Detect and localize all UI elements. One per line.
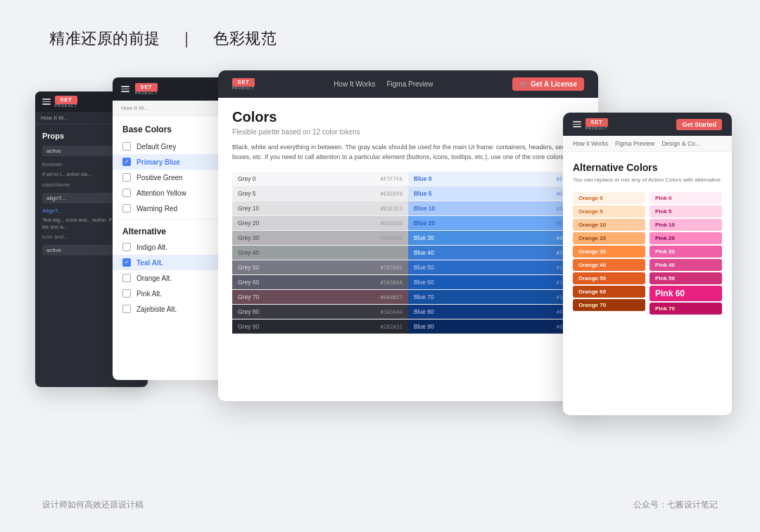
swatch-blue-50: Blue 50 #2A6BC8 (408, 260, 584, 275)
cart-icon: 🛒 (519, 80, 528, 88)
alt-content: Alternative Colors You can replace or mi… (563, 152, 732, 322)
alt-colors-heading: Alternative Colors (573, 162, 722, 173)
color-label-pink-alt: Pink Alt. (137, 290, 162, 298)
swatch-blue-10: Blue 10 #A8C8FB (408, 201, 584, 216)
hamburger-icon[interactable] (42, 99, 51, 105)
color-label-zajebiste-alt: Zajebiste Alt. (137, 305, 177, 313)
main-logo-group: SET PRODUCT (232, 78, 255, 90)
color-label-attention-yellow: Attention Yellow (137, 189, 186, 197)
card-alt-colors: SET PRODUCT Get Started How it Works Fig… (563, 113, 732, 415)
checkbox-zajebiste-alt[interactable] (122, 305, 131, 313)
colors-logo-sub: PRODUCT (135, 91, 158, 95)
alt-logo-sub: PRODUCT (585, 127, 608, 130)
footer-left-text: 设计师如何高效还原设计稿 (42, 499, 144, 511)
get-started-button[interactable]: Get Started (676, 119, 722, 130)
card-main-colors: SET PRODUCT How It Works Figma Preview 🛒… (218, 70, 598, 401)
swatch-blue-20: Blue 20 #6CA8F5 (408, 216, 584, 231)
swatch-grey-90: Grey 90 #282A31 (232, 319, 408, 334)
pink-swatch-column: Pink 0 Pink 5 Pink 10 Pink 20 Pink 30 Pi… (650, 192, 722, 315)
orange-swatch-column: Orange 0 Orange 5 Orange 10 Orange 20 Or… (573, 192, 645, 315)
swatch-orange-20: Orange 20 (573, 232, 645, 244)
swatch-orange-40: Orange 40 (573, 259, 645, 271)
color-label-warning-red: Warning Red (137, 205, 177, 213)
alt-logo-group: SET PRODUCT (573, 118, 608, 130)
swatch-pink-60: Pink 60 (650, 286, 722, 301)
main-nav-links: How It Works Figma Preview (334, 80, 433, 88)
alt-nav-figma-preview[interactable]: Figma Preview (615, 140, 654, 147)
swatch-blue-70: Blue 70 #1450A0 (408, 290, 584, 305)
checkbox-primary-blue[interactable] (122, 158, 131, 166)
color-label-primary-blue: Primary Blue (137, 158, 180, 166)
swatch-grey-5: Grey 5 #EDEDF0 (232, 186, 408, 201)
checkbox-orange-alt[interactable] (122, 274, 131, 282)
colors-hamburger-icon[interactable] (121, 86, 129, 92)
swatch-grey-80: Grey 80 #3A3A44 (232, 305, 408, 319)
colors-subtitle: Flexible palette based on 12 color token… (232, 128, 584, 136)
swatch-orange-60: Orange 60 (573, 286, 645, 298)
swatch-grey-0: Grey 0 #F7F7FA (232, 172, 408, 186)
logo-sub-text: PRODUCT (55, 104, 77, 108)
alt-logo: SET PRODUCT (585, 118, 608, 130)
swatch-pink-50: Pink 50 (650, 272, 722, 284)
color-label-default-grey: Default Grey (137, 143, 176, 151)
swatch-orange-30: Orange 30 (573, 246, 645, 258)
alt-colors-desc: You can replace or mix any of Action Col… (573, 176, 722, 184)
swatch-orange-0: Orange 0 (573, 192, 645, 204)
grey-swatch-column: Grey 0 #F7F7FA Grey 5 #EDEDF0 Grey 10 #E… (232, 172, 408, 334)
alt-nav-design[interactable]: Design & Co... (661, 140, 700, 147)
swatches-container: Grey 0 #F7F7FA Grey 5 #EDEDF0 Grey 10 #E… (232, 172, 584, 334)
swatch-grey-40: Grey 40 #999EA0 (232, 246, 408, 260)
alt-nav: How it Works Figma Preview Design & Co..… (563, 136, 732, 152)
page-title: 精准还原的前提 ｜ 色彩规范 (42, 28, 718, 49)
page-footer: 设计师如何高效还原设计稿 公众号：七酱设计笔记 (42, 488, 718, 511)
checkbox-positive-green[interactable] (122, 173, 131, 182)
swatch-grey-20: Grey 20 #D2D2D6 (232, 216, 408, 231)
swatch-blue-90: Blue 90 #0A2860 (408, 319, 584, 334)
page: 精准还原的前提 ｜ 色彩规范 SET PRODUCT How It W... P… (0, 0, 760, 532)
swatch-blue-60: Blue 60 #1A5BB8 (408, 275, 584, 290)
checkbox-teal-alt[interactable] (122, 258, 131, 267)
main-header: SET PRODUCT How It Works Figma Preview 🛒… (218, 70, 598, 98)
color-label-positive-green: Positive Green (137, 174, 183, 182)
content-area: SET PRODUCT How It W... Props active boo… (42, 70, 718, 488)
swatch-grey-50: Grey 50 #787885 (232, 260, 408, 275)
swatch-pink-10: Pink 10 (650, 219, 722, 231)
colors-desc: Black, white and everything in between. … (232, 143, 584, 162)
main-logo: SET PRODUCT (232, 78, 255, 90)
checkbox-pink-alt[interactable] (122, 289, 131, 298)
alt-hamburger-icon[interactable] (573, 121, 581, 127)
swatch-orange-5: Orange 5 (573, 205, 645, 217)
get-license-label: Get A License (531, 80, 577, 88)
checkbox-indigo-alt[interactable] (122, 243, 131, 251)
swatch-pink-0: Pink 0 (650, 192, 722, 204)
swatch-orange-70: Orange 70 (573, 299, 645, 311)
swatch-orange-10: Orange 10 (573, 219, 645, 231)
alt-nav-how-it-works[interactable]: How it Works (573, 140, 608, 147)
swatch-grey-10: Grey 10 #E1E1E3 (232, 201, 408, 216)
swatch-blue-5: Blue 5 #D0E2FD (408, 186, 584, 201)
swatch-grey-70: Grey 70 #6A4B57 (232, 290, 408, 305)
checkbox-attention-yellow[interactable] (122, 189, 131, 197)
swatch-pink-20: Pink 20 (650, 232, 722, 244)
main-nav-how-it-works[interactable]: How It Works (334, 80, 375, 88)
colors-page-title: Colors (232, 109, 584, 125)
footer-right-text: 公众号：七酱设计笔记 (633, 499, 718, 511)
swatch-blue-0: Blue 0 #E8F0FE (408, 172, 584, 186)
swatch-pink-5: Pink 5 (650, 205, 722, 217)
main-logo-sub: PRODUCT (232, 87, 255, 90)
checkbox-default-grey[interactable] (122, 142, 131, 151)
alt-header: SET PRODUCT Get Started (563, 113, 732, 136)
alt-swatches-container: Orange 0 Orange 5 Orange 10 Orange 20 Or… (573, 192, 722, 315)
main-nav-figma-preview[interactable]: Figma Preview (386, 80, 433, 88)
swatch-blue-40: Blue 40 #3A7BD5 (408, 246, 584, 260)
get-license-button[interactable]: 🛒 Get A License (512, 77, 584, 91)
color-label-indigo-alt: Indigo Alt. (137, 243, 167, 251)
checkbox-warning-red[interactable] (122, 204, 131, 213)
blue-swatch-column: Blue 0 #E8F0FE Blue 5 #D0E2FD Blue 10 #A… (408, 172, 584, 334)
swatch-orange-50: Orange 50 (573, 272, 645, 284)
colors-logo: SET PRODUCT (135, 83, 158, 95)
props-logo: SET PRODUCT (55, 96, 77, 108)
main-content-area: Colors Flexible palette based on 12 colo… (218, 98, 598, 346)
swatch-grey-60: Grey 60 #5A5B6A (232, 275, 408, 290)
swatch-pink-30: Pink 30 (650, 246, 722, 258)
